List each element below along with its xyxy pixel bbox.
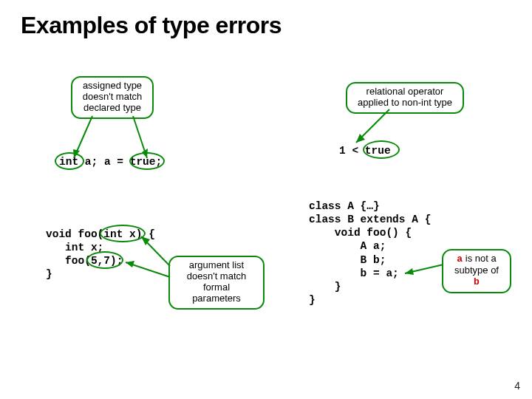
svg-marker-11 [405, 268, 414, 275]
page-number: 4 [514, 380, 520, 392]
pointer-line [0, 0, 532, 399]
